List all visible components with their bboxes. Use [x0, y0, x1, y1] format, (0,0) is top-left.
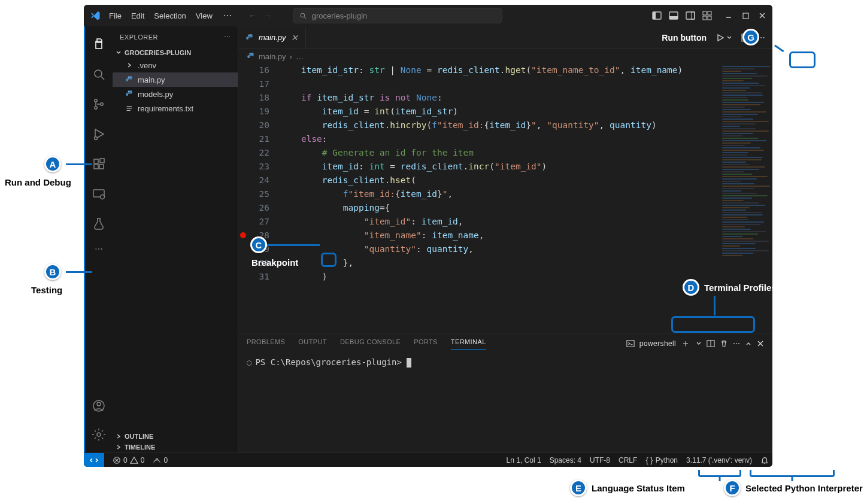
svg-rect-8: [703, 11, 707, 15]
status-notifications-icon[interactable]: [760, 456, 769, 464]
bottom-panel: PROBLEMSOUTPUTDEBUG CONSOLEPORTSTERMINAL…: [238, 333, 772, 453]
menu-more-icon[interactable]: ⋯: [220, 8, 235, 23]
annotation-C-label: Breakpoint: [251, 257, 298, 268]
panel-tab-problems[interactable]: PROBLEMS: [247, 338, 285, 350]
terminal-name[interactable]: powershell: [639, 339, 676, 348]
svg-point-30: [97, 433, 101, 436]
status-language[interactable]: { } Python: [645, 456, 678, 464]
sidebar-title: EXPLORER: [120, 34, 158, 41]
svg-rect-5: [669, 16, 678, 19]
status-spaces[interactable]: Spaces: 4: [550, 456, 581, 464]
kill-terminal-icon[interactable]: [720, 339, 728, 348]
status-bar: 0 0 0 Ln 1, Col 1 Spaces: 4 UTF-8 CRLF {…: [84, 453, 772, 467]
breadcrumb[interactable]: main.py › …: [238, 49, 772, 63]
svg-rect-13: [743, 13, 748, 19]
file-models-py[interactable]: models.py: [113, 87, 238, 101]
panel-more-icon[interactable]: ⋯: [733, 339, 740, 348]
vscode-window: FileEditSelectionView ⋯ ← → groceries-pl…: [84, 5, 772, 467]
new-terminal-icon[interactable]: ＋: [681, 338, 690, 350]
remote-indicator-icon[interactable]: [84, 453, 104, 467]
activity-explorer-icon[interactable]: [84, 30, 113, 59]
menu-file[interactable]: File: [104, 9, 126, 23]
bracket-F: [750, 470, 835, 477]
layout-right-icon[interactable]: [685, 10, 696, 21]
svg-point-20: [101, 103, 103, 105]
breakpoint-marker[interactable]: [240, 232, 246, 238]
search-text: groceries-plugin: [312, 11, 368, 20]
window-maximize-icon[interactable]: [740, 10, 751, 21]
annotation-E: ELanguage Status Item: [570, 479, 685, 496]
layout-left-icon[interactable]: [651, 10, 662, 21]
panel-tab-output[interactable]: OUTPUT: [298, 338, 327, 350]
code-content[interactable]: item_id_str: str | None = redis_client.h…: [280, 63, 719, 333]
command-center-search[interactable]: groceries-plugin: [293, 8, 502, 23]
svg-line-17: [101, 77, 104, 80]
file-main-py[interactable]: main.py: [113, 72, 238, 87]
bracket-E: [698, 470, 741, 477]
menu-edit[interactable]: Edit: [126, 9, 149, 23]
status-problems[interactable]: 0 0: [113, 456, 144, 464]
sidebar-project-header[interactable]: GROCERIES-PLUGIN: [113, 47, 238, 58]
panel-tab-ports[interactable]: PORTS: [414, 338, 438, 350]
file--venv[interactable]: .venv: [113, 58, 238, 72]
activity-run-debug-icon[interactable]: [84, 120, 113, 148]
line-gutter[interactable]: 16171819202122232425262728293031: [238, 63, 280, 333]
panel-tab-terminal[interactable]: TERMINAL: [451, 338, 486, 350]
explorer-sidebar: EXPLORER ⋯ GROCERIES-PLUGIN .venvmain.py…: [113, 26, 238, 453]
annotation-D: D Terminal Profiles Dropdown: [683, 279, 823, 296]
language-status-icon: { }: [645, 456, 653, 464]
nav-forward-icon[interactable]: →: [264, 11, 272, 20]
panel-close-icon[interactable]: [757, 340, 764, 347]
tab-close-icon[interactable]: ✕: [291, 33, 298, 42]
svg-rect-24: [99, 165, 104, 169]
terminal-dropdown-icon[interactable]: [696, 341, 702, 347]
activity-remote-explorer-icon[interactable]: [84, 180, 113, 208]
sidebar-header: EXPLORER ⋯: [113, 26, 238, 47]
tab-label: main.py: [259, 33, 286, 42]
activity-settings-icon[interactable]: [84, 420, 113, 449]
activity-search-icon[interactable]: [84, 60, 113, 89]
file-tree: .venvmain.pymodels.pyrequirements.txt: [113, 58, 238, 431]
svg-point-18: [95, 99, 97, 102]
status-cursor-pos[interactable]: Ln 1, Col 1: [507, 456, 541, 464]
tab-main-py[interactable]: main.py ✕: [238, 26, 306, 48]
svg-rect-25: [100, 159, 104, 163]
activity-testing-icon[interactable]: [84, 210, 113, 238]
sidebar-more-icon[interactable]: ⋯: [224, 33, 231, 41]
run-button[interactable]: [713, 31, 735, 44]
status-encoding[interactable]: UTF-8: [590, 456, 610, 464]
outline-section[interactable]: OUTLINE: [113, 431, 238, 442]
title-right-actions: [651, 10, 768, 21]
layout-customize-icon[interactable]: [702, 10, 713, 21]
menu-selection[interactable]: Selection: [149, 9, 190, 23]
status-eol[interactable]: CRLF: [619, 456, 637, 464]
layout-bottom-icon[interactable]: [668, 10, 679, 21]
nav-back-icon[interactable]: ←: [248, 11, 257, 20]
svg-point-16: [95, 70, 102, 77]
editor-tabs: main.py ✕ Run button ⋯: [238, 26, 772, 49]
activity-more-icon[interactable]: ⋯: [84, 239, 113, 259]
panel-maximize-icon[interactable]: [745, 340, 752, 347]
status-interpreter[interactable]: 3.11.7 ('.venv': venv): [686, 456, 752, 464]
terminal-prompt: PS C:\Repos\groceries-plugin>: [255, 357, 401, 367]
timeline-section[interactable]: TIMELINE: [113, 442, 238, 453]
status-ports[interactable]: 0: [153, 456, 168, 464]
svg-point-0: [301, 13, 305, 17]
window-minimize-icon[interactable]: [723, 10, 734, 21]
menu-view[interactable]: View: [191, 9, 217, 23]
window-close-icon[interactable]: [757, 10, 768, 21]
panel-tab-debug-console[interactable]: DEBUG CONSOLE: [340, 338, 401, 350]
annotation-A: A: [44, 156, 92, 172]
activity-source-control-icon[interactable]: [84, 90, 113, 119]
terminal-body[interactable]: ○PS C:\Repos\groceries-plugin>: [238, 354, 772, 453]
menu-bar: FileEditSelectionView: [104, 9, 217, 23]
svg-point-33: [248, 35, 249, 35]
svg-rect-10: [703, 16, 707, 20]
annotation-C: C: [250, 236, 320, 253]
activity-account-icon[interactable]: [84, 391, 113, 420]
breadcrumb-file: main.py: [259, 52, 286, 61]
vscode-logo-icon: [89, 9, 102, 22]
file-requirements-txt[interactable]: requirements.txt: [113, 101, 238, 116]
nav-arrows: ← →: [248, 11, 272, 20]
split-terminal-icon[interactable]: [707, 339, 715, 348]
